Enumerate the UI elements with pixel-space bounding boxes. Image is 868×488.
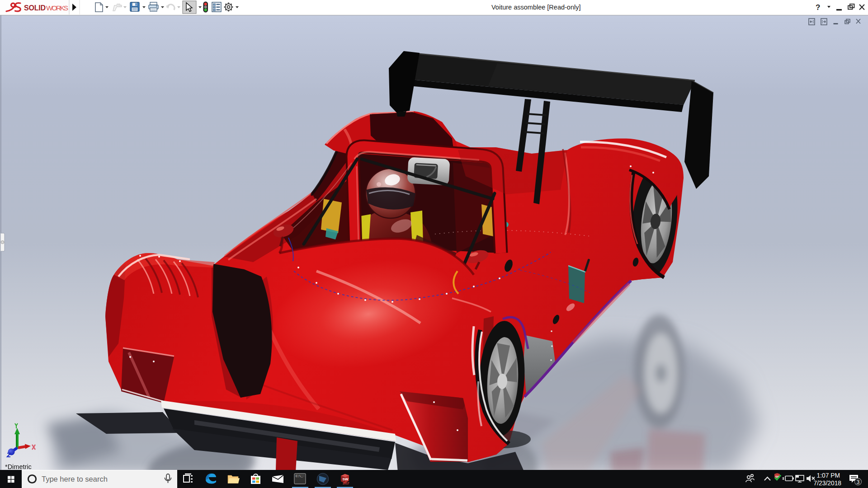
svg-text:*Dimetric: *Dimetric — [5, 463, 32, 470]
svg-text:SOLID: SOLID — [24, 4, 46, 12]
svg-text:7/23/2018: 7/23/2018 — [814, 480, 842, 487]
svg-text:SW: SW — [343, 477, 349, 481]
svg-text:3: 3 — [857, 479, 860, 485]
svg-text:1:07 PM: 1:07 PM — [817, 472, 840, 479]
svg-text:Type here to search: Type here to search — [42, 475, 108, 483]
svg-text:?: ? — [816, 3, 820, 12]
svg-text:C:\_: C:\_ — [296, 475, 303, 478]
svg-text:WORKS: WORKS — [46, 4, 68, 12]
svg-text:2017: 2017 — [343, 482, 349, 485]
